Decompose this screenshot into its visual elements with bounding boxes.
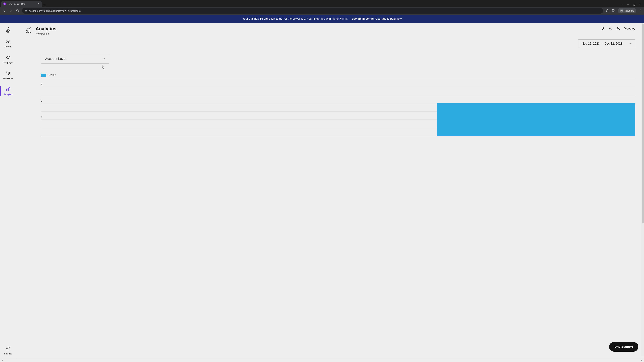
- incognito-icon: [620, 9, 623, 12]
- banner-text: Your trial has: [242, 17, 260, 20]
- caret-down-icon: [629, 42, 632, 45]
- svg-rect-10: [8, 88, 8, 91]
- page: Your trial has 14 days left to go. All t…: [0, 15, 644, 362]
- tab-title: New People · Drip: [8, 3, 25, 5]
- sidebar: People Campaigns Workflows Analytics: [0, 23, 16, 359]
- user-name[interactable]: Moodjoy: [624, 27, 635, 30]
- incognito-label: Incognito: [625, 9, 634, 12]
- sidebar-item-people[interactable]: People: [0, 37, 16, 49]
- banner-limit: 100 email sends: [352, 17, 374, 20]
- svg-rect-15: [30, 28, 31, 32]
- page-title-block: Analytics New people: [25, 26, 56, 35]
- trial-banner: Your trial has 14 days left to go. All t…: [0, 15, 644, 23]
- cursor-pointer-icon: [101, 65, 105, 69]
- svg-point-12: [8, 348, 9, 349]
- browser-menu-icon[interactable]: ⋮: [639, 9, 642, 12]
- search-icon[interactable]: [608, 26, 612, 31]
- svg-point-17: [618, 27, 619, 28]
- drip-favicon: ◉: [3, 2, 6, 5]
- sidebar-label: Workflows: [3, 77, 13, 80]
- horizontal-scrollbar[interactable]: ◄ ►: [0, 359, 644, 362]
- svg-point-16: [609, 27, 611, 29]
- close-window-button[interactable]: ✕: [639, 3, 641, 6]
- svg-rect-0: [612, 9, 614, 11]
- workflows-icon: [5, 70, 11, 76]
- upgrade-link[interactable]: Upgrade to paid now: [375, 17, 402, 20]
- sidebar-item-campaigns[interactable]: Campaigns: [0, 53, 16, 65]
- banner-text-2: to go. All the power is at your fingerti…: [275, 17, 352, 20]
- sidebar-item-settings[interactable]: Settings: [0, 345, 16, 356]
- tab-close-icon[interactable]: ×: [38, 2, 40, 5]
- banner-text-3: .: [374, 17, 375, 20]
- svg-rect-8: [8, 73, 10, 75]
- svg-point-3: [7, 30, 8, 31]
- svg-point-1: [620, 10, 621, 11]
- sidebar-item-workflows[interactable]: Workflows: [0, 69, 16, 81]
- chevron-down-icon: [102, 57, 105, 60]
- svg-point-2: [622, 10, 622, 11]
- lock-icon: [25, 9, 27, 12]
- bar: [239, 79, 438, 136]
- user-icon[interactable]: [616, 26, 620, 31]
- scroll-right-icon[interactable]: ►: [641, 360, 643, 362]
- svg-point-4: [9, 30, 10, 31]
- level-dropdown[interactable]: Account Level: [41, 54, 109, 63]
- tabs-dropdown-icon[interactable]: ⌄: [621, 3, 623, 6]
- bar-chart: 123: [41, 79, 635, 136]
- svg-rect-7: [6, 72, 8, 73]
- daterange-label: Nov 12, 2023 — Dec 12, 2023: [582, 42, 622, 45]
- analytics-icon: [5, 86, 11, 92]
- sidebar-label: Analytics: [4, 93, 12, 95]
- page-subtitle: New people: [36, 32, 56, 35]
- daterange-dropdown[interactable]: Nov 12, 2023 — Dec 12, 2023: [578, 39, 635, 48]
- chart-legend: People: [41, 72, 635, 78]
- banner-days: 14 days left: [260, 17, 275, 20]
- address-bar[interactable]: getdrip.com/7641396/reports/new_subscrib…: [22, 8, 603, 13]
- extensions-icon[interactable]: [612, 9, 615, 13]
- drip-logo[interactable]: [5, 26, 12, 33]
- browser-tab[interactable]: ◉ New People · Drip ×: [1, 1, 42, 7]
- sidebar-label: People: [5, 45, 12, 48]
- notifications-icon[interactable]: [601, 26, 605, 31]
- url-text: getdrip.com/7641396/reports/new_subscrib…: [29, 9, 81, 12]
- svg-rect-13: [26, 30, 27, 32]
- legend-label: People: [48, 73, 56, 77]
- analytics-header-icon: [25, 26, 32, 34]
- vertical-scrollbar[interactable]: [641, 23, 644, 356]
- megaphone-icon: [5, 54, 11, 60]
- sidebar-label: Campaigns: [3, 61, 14, 64]
- incognito-badge[interactable]: Incognito: [618, 8, 636, 13]
- page-title: Analytics: [36, 26, 56, 31]
- browser-tabbar: ◉ New People · Drip × + ⌄ — ▢ ✕: [0, 0, 644, 7]
- support-label: Drip Support: [614, 345, 633, 349]
- chart-container: People 123: [41, 72, 635, 136]
- bookmark-icon[interactable]: [606, 9, 609, 13]
- main-content: Analytics New people Moodjoy Nov 12, 202…: [16, 23, 644, 359]
- sidebar-item-analytics[interactable]: Analytics: [0, 85, 16, 96]
- reload-button[interactable]: [16, 8, 20, 13]
- minimize-button[interactable]: —: [627, 3, 630, 6]
- svg-rect-14: [28, 29, 29, 32]
- back-button[interactable]: [2, 8, 6, 13]
- scroll-left-icon[interactable]: ◄: [1, 360, 3, 362]
- svg-point-5: [6, 40, 8, 41]
- svg-rect-9: [6, 89, 7, 91]
- people-icon: [5, 38, 11, 44]
- legend-swatch: [41, 73, 46, 77]
- new-tab-button[interactable]: +: [42, 3, 48, 7]
- maximize-button[interactable]: ▢: [633, 3, 635, 6]
- bar: [437, 79, 635, 136]
- level-label: Account Level: [45, 57, 66, 61]
- browser-toolbar: getdrip.com/7641396/reports/new_subscrib…: [0, 7, 644, 15]
- support-button[interactable]: Drip Support: [609, 342, 638, 352]
- window-controls: ⌄ — ▢ ✕: [621, 3, 644, 7]
- sidebar-label: Settings: [4, 353, 12, 355]
- svg-rect-11: [9, 88, 10, 91]
- bar: [41, 79, 239, 136]
- svg-point-6: [8, 40, 10, 42]
- forward-button[interactable]: [9, 8, 13, 13]
- gear-icon: [5, 346, 11, 352]
